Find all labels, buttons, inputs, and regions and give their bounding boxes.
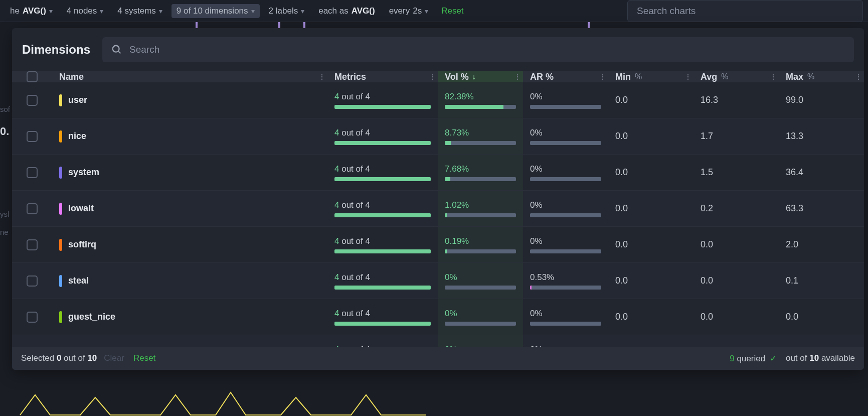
dimensions-table: Name ⋮ Metrics ⋮ Vol % ↓ ⋮ AR % ⋮ Min% ⋮… [12,71,864,347]
row-max: 36.4 [779,167,864,178]
row-checkbox[interactable] [27,239,38,250]
column-menu-icon[interactable]: ⋮ [514,73,520,81]
timeline-tick [588,22,590,28]
check-icon: ✓ [770,354,777,363]
col-metrics[interactable]: Metrics ⋮ [327,71,438,82]
table-row[interactable]: system 4 out of 4 7.68% 0% 0.0 1.5 36.4 [12,155,864,191]
filter-each-as[interactable]: each as AVG() [313,4,380,18]
row-name: nice [68,131,86,142]
row-checkbox[interactable] [27,95,38,106]
column-menu-icon[interactable]: ⋮ [318,73,324,81]
select-all-checkbox[interactable] [27,71,38,82]
row-checkbox[interactable] [27,275,38,287]
row-checkbox-cell [12,312,52,323]
color-swatch [59,94,62,106]
metrics-bar [334,213,431,217]
table-row[interactable]: guest 4 out of 4 0% 0% 0.0 0.0 0.0 [12,335,864,347]
row-name: user [68,95,87,105]
col-avg[interactable]: Avg% ⋮ [693,71,779,82]
row-name: iowait [68,203,94,214]
row-vol-cell: 7.68% [438,155,523,190]
clear-selection[interactable]: Clear [104,353,124,363]
chevron-down-icon: ▾ [425,7,428,15]
col-name[interactable]: Name ⋮ [52,71,327,82]
row-avg: 0.0 [693,312,779,322]
ar-bar [530,105,601,109]
search-icon [111,44,122,55]
table-row[interactable]: nice 4 out of 4 8.73% 0% 0.0 1.7 13.3 [12,118,864,155]
row-name: guest_nice [68,312,115,322]
row-checkbox-cell [12,167,52,178]
table-header: Name ⋮ Metrics ⋮ Vol % ↓ ⋮ AR % ⋮ Min% ⋮… [12,71,864,82]
table-row[interactable]: steal 4 out of 4 0% 0.53% 0.0 0.0 0.1 [12,263,864,299]
panel-title: Dimensions [22,43,90,57]
search-charts-input[interactable]: Search charts [627,0,863,22]
row-name: steal [68,275,89,286]
row-metrics-cell: 4 out of 4 [327,236,438,253]
col-vol[interactable]: Vol % ↓ ⋮ [438,71,523,82]
queried-status: 9 queried ✓ [730,353,779,364]
filter-aggregation[interactable]: he AVG() ▾ [5,4,58,18]
chevron-down-icon: ▾ [49,7,53,15]
row-metrics-cell: 4 out of 4 [327,92,438,109]
row-vol-cell: 0% [438,335,523,347]
column-menu-icon[interactable]: ⋮ [429,73,435,81]
column-menu-icon[interactable]: ⋮ [599,73,605,81]
row-ar-cell: 0% [523,92,608,109]
table-row[interactable]: iowait 4 out of 4 1.02% 0% 0.0 0.2 63.3 [12,191,864,227]
row-checkbox[interactable] [27,167,38,178]
row-checkbox[interactable] [27,203,38,214]
filter-dimensions[interactable]: 9 of 10 dimensions ▾ [171,4,260,18]
col-min[interactable]: Min% ⋮ [608,71,693,82]
row-name: softirq [68,239,96,250]
row-ar-cell: 0% [523,309,608,326]
column-menu-icon[interactable]: ⋮ [855,73,861,81]
row-max: 99.0 [779,95,864,105]
ar-bar [530,177,601,181]
col-checkbox [12,71,52,82]
filter-every[interactable]: every 2s ▾ [384,4,434,18]
row-max: 13.3 [779,131,864,142]
row-checkbox-cell [12,203,52,214]
row-max: 63.3 [779,203,864,214]
row-name-cell: guest_nice [52,311,327,323]
row-name-cell: steal [52,275,327,287]
col-max[interactable]: Max% ⋮ [779,71,864,82]
panel-search-input[interactable] [129,44,845,55]
reset-selection[interactable]: Reset [133,353,155,363]
row-checkbox-cell [12,131,52,142]
table-row[interactable]: user 4 out of 4 82.38% 0% 0.0 16.3 99.0 [12,82,864,118]
timeline-tick [196,22,198,28]
panel-search[interactable] [102,37,854,62]
row-vol-cell: 1.02% [438,191,523,226]
row-checkbox[interactable] [27,312,38,323]
table-row[interactable]: softirq 4 out of 4 0.19% 0% 0.0 0.0 2.0 [12,227,864,263]
search-charts-placeholder: Search charts [637,6,696,17]
row-min: 0.0 [608,203,693,214]
column-menu-icon[interactable]: ⋮ [684,73,690,81]
panel-header: Dimensions [12,28,864,71]
row-avg: 0.0 [693,239,779,250]
metrics-bar [334,141,431,145]
chevron-down-icon: ▾ [159,7,162,15]
row-metrics-cell: 4 out of 4 [327,200,438,217]
color-swatch [59,203,62,215]
row-checkbox[interactable] [27,131,38,142]
col-ar[interactable]: AR % ⋮ [523,71,608,82]
row-checkbox-cell [12,275,52,287]
row-metrics-cell: 4 out of 4 [327,128,438,145]
chevron-down-icon: ▾ [251,7,255,15]
background-chart [0,370,868,416]
table-row[interactable]: guest_nice 4 out of 4 0% 0% 0.0 0.0 0.0 [12,299,864,335]
filter-reset[interactable]: Reset [441,6,463,16]
column-menu-icon[interactable]: ⋮ [770,73,776,81]
row-avg: 16.3 [693,95,779,105]
filter-nodes[interactable]: 4 nodes ▾ [62,4,109,18]
chevron-down-icon: ▾ [100,7,103,15]
filter-systems[interactable]: 4 systems ▾ [112,4,167,18]
row-avg: 0.0 [693,275,779,286]
row-name-cell: nice [52,130,327,143]
row-ar-cell: 0% [523,128,608,145]
background-labels: sof 0. ysl ne [0,100,10,241]
filter-labels[interactable]: 2 labels ▾ [264,4,310,18]
